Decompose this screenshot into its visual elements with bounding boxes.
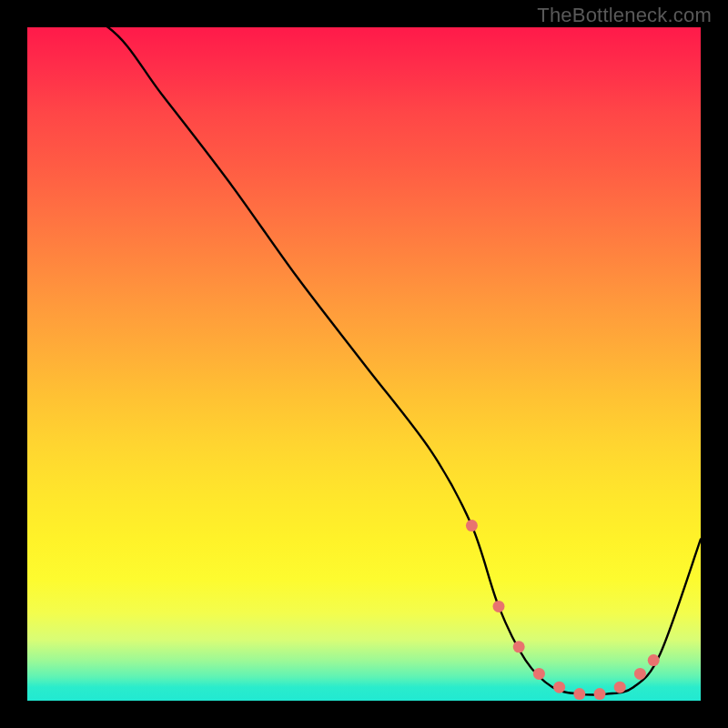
chart-plot-area [27,27,701,701]
watermark-text: TheBottleneck.com [537,4,712,27]
marker-point [648,654,660,666]
marker-point [493,601,505,612]
marker-point [533,668,545,680]
marker-point [466,520,478,531]
bottleneck-curve-line [27,0,701,695]
marker-point [594,688,606,700]
marker-point [553,682,565,693]
highlight-markers [466,520,660,700]
chart-svg [27,27,701,701]
marker-point [513,641,525,652]
marker-point [634,668,646,680]
marker-point [614,682,626,693]
marker-point [573,688,585,700]
